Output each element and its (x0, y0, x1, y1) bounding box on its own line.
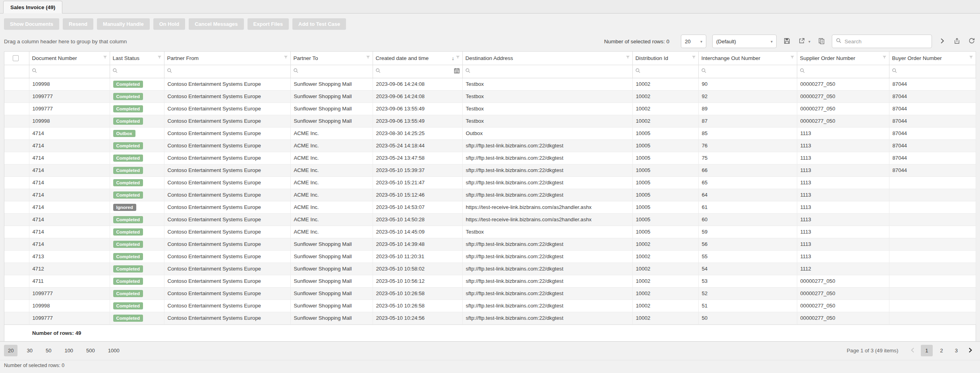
table-row[interactable]: 4714OutboxContoso Entertainment Systems … (4, 127, 976, 139)
filter-icon[interactable] (882, 55, 887, 61)
filter-input-status[interactable] (120, 68, 162, 74)
table-row[interactable]: 109998CompletedContoso Entertainment Sys… (4, 115, 976, 127)
export-files-button[interactable]: Export Files (247, 18, 289, 30)
column-header-from[interactable]: Partner From (164, 52, 290, 65)
table-row[interactable]: 1099777CompletedContoso Entertainment Sy… (4, 312, 976, 324)
table-row[interactable]: 4712CompletedContoso Entertainment Syste… (4, 263, 976, 275)
filter-cell-buy (889, 65, 976, 78)
filter-input-dist[interactable] (643, 68, 696, 74)
page-size-option-30[interactable]: 30 (23, 345, 36, 356)
cell-doc: 4714 (29, 238, 110, 250)
resend-button[interactable]: Resend (63, 18, 93, 30)
table-row[interactable]: 4714CompletedContoso Entertainment Syste… (4, 189, 976, 201)
table-row[interactable]: 4714CompletedContoso Entertainment Syste… (4, 213, 976, 226)
table-row[interactable]: 4714CompletedContoso Entertainment Syste… (4, 238, 976, 250)
group-by-hint[interactable]: Drag a column header here to group by th… (4, 39, 127, 44)
filter-icon[interactable] (968, 55, 974, 61)
cell-buy: 87044 (889, 78, 976, 90)
cell-status: Outbox (110, 127, 164, 139)
row-select-cell (4, 300, 29, 312)
table-row[interactable]: 1099777CompletedContoso Entertainment Sy… (4, 287, 976, 300)
table-row[interactable]: 4711CompletedContoso Entertainment Syste… (4, 275, 976, 287)
page-number-2[interactable]: 2 (936, 345, 947, 356)
search-input[interactable] (845, 39, 928, 44)
filter-input-sup[interactable] (807, 68, 887, 74)
column-header-to[interactable]: Partner To (290, 52, 373, 65)
rows-count-label: Number of rows: (32, 330, 74, 336)
select-all-checkbox[interactable] (13, 55, 19, 61)
calendar-button[interactable] (454, 68, 460, 75)
prev-page-button[interactable] (908, 346, 917, 356)
column-header-created[interactable]: Created date and time↓ (373, 52, 462, 65)
cell-dest: Testbox (462, 226, 632, 238)
page-number-3[interactable]: 3 (951, 345, 962, 356)
filter-icon[interactable] (283, 55, 288, 61)
filter-input-from[interactable] (174, 68, 288, 74)
column-header-status[interactable]: Last Status (110, 52, 164, 65)
page-size-option-500[interactable]: 500 (82, 345, 99, 356)
filter-icon[interactable] (157, 55, 162, 61)
copy-button[interactable] (817, 37, 826, 46)
filter-icon[interactable] (625, 55, 630, 61)
invoice-table: Document NumberLast StatusPartner FromPa… (4, 52, 976, 325)
table-row[interactable]: 4714CompletedContoso Entertainment Syste… (4, 152, 976, 164)
table-row[interactable]: 4714CompletedContoso Entertainment Syste… (4, 226, 976, 238)
table-row[interactable]: 4714CompletedContoso Entertainment Syste… (4, 164, 976, 176)
page-size-option-20[interactable]: 20 (4, 345, 17, 356)
cell-sup: 1113 (797, 201, 889, 213)
filter-input-dest[interactable] (473, 68, 630, 74)
save-layout-button[interactable] (783, 37, 791, 46)
expand-toolbar-button[interactable] (938, 37, 947, 46)
column-header-dest[interactable]: Destination Address (462, 52, 632, 65)
row-select-cell (4, 201, 29, 213)
table-row[interactable]: 4714IgnoredContoso Entertainment Systems… (4, 201, 976, 213)
page-size-option-50[interactable]: 50 (42, 345, 55, 356)
filter-icon[interactable] (102, 55, 108, 61)
on-hold-button[interactable]: On Hold (153, 18, 186, 30)
filter-input-created[interactable] (383, 68, 452, 74)
table-row[interactable]: 109998CompletedContoso Entertainment Sys… (4, 78, 976, 90)
cell-dest: Testbox (462, 115, 632, 127)
filter-icon[interactable] (455, 55, 460, 61)
filter-icon[interactable] (691, 55, 696, 61)
select-all-header[interactable] (4, 52, 29, 65)
table-row[interactable]: 1099777CompletedContoso Entertainment Sy… (4, 102, 976, 115)
page-size-option-100[interactable]: 100 (60, 345, 77, 356)
cancel-messages-button[interactable]: Cancel Messages (189, 18, 244, 30)
table-row[interactable]: 4714CompletedContoso Entertainment Syste… (4, 176, 976, 189)
manually-handle-button[interactable]: Manually Handle (97, 18, 150, 30)
column-header-sup[interactable]: Supplier Order Number (797, 52, 889, 65)
table-row[interactable]: 1099777CompletedContoso Entertainment Sy… (4, 90, 976, 102)
open-in-window-button[interactable] (953, 37, 961, 46)
table-row[interactable]: 109998CompletedContoso Entertainment Sys… (4, 300, 976, 312)
column-header-doc[interactable]: Document Number (29, 52, 110, 65)
show-documents-button[interactable]: Show Documents (4, 18, 59, 30)
export-button[interactable]: ▾ (797, 37, 811, 46)
column-header-dist[interactable]: Distribution Id (632, 52, 698, 65)
status-badge: Ignored (113, 204, 136, 211)
refresh-button[interactable] (967, 37, 976, 46)
page-number-1[interactable]: 1 (921, 345, 932, 356)
filter-input-buy[interactable] (899, 68, 973, 74)
filter-input-doc[interactable] (39, 68, 107, 74)
page-size-select[interactable]: 20 ▾ (681, 35, 706, 48)
row-select-cell (4, 90, 29, 102)
column-label: Document Number (32, 55, 102, 61)
filter-input-to[interactable] (301, 68, 370, 74)
row-select-cell (4, 213, 29, 226)
filter-icon[interactable] (365, 55, 371, 61)
column-header-buy[interactable]: Buyer Order Number (889, 52, 976, 65)
page-size-option-1000[interactable]: 1000 (104, 345, 124, 356)
cell-created: 2023-09-06 13:55:49 (373, 102, 462, 115)
filter-input-iout[interactable] (709, 68, 794, 74)
cell-created: 2023-05-10 10:26:58 (373, 300, 462, 312)
table-row[interactable]: 4713CompletedContoso Entertainment Syste… (4, 250, 976, 263)
add-to-test-case-button[interactable]: Add to Test Case (292, 18, 346, 30)
tab-sales-invoice[interactable]: Sales Invoice (49) (3, 1, 62, 14)
status-badge: Completed (113, 105, 143, 112)
layout-select[interactable]: (Default) ▾ (712, 35, 777, 48)
next-page-button[interactable] (966, 346, 974, 356)
column-header-iout[interactable]: Interchange Out Number (698, 52, 797, 65)
table-row[interactable]: 4714CompletedContoso Entertainment Syste… (4, 139, 976, 152)
filter-icon[interactable] (790, 55, 795, 61)
